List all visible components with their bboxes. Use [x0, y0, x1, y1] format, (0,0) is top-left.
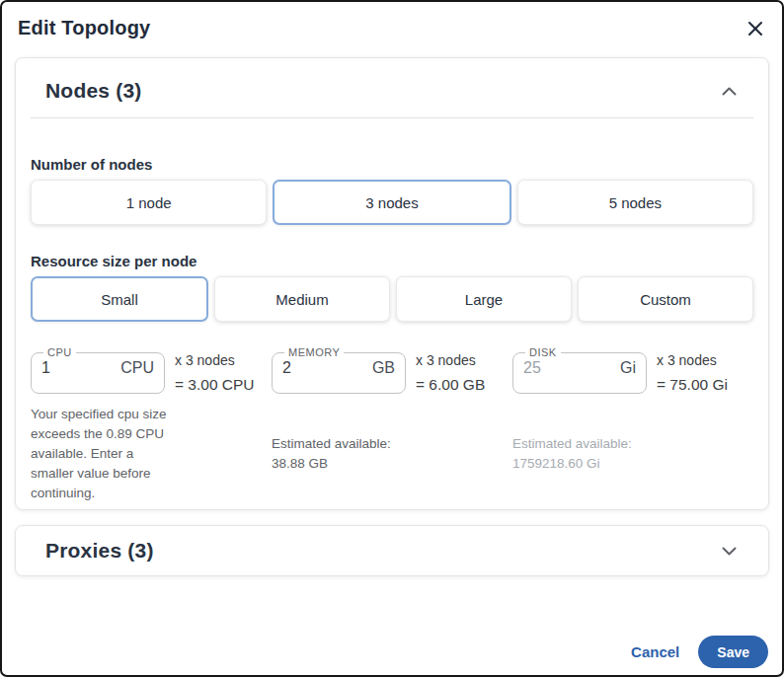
memory-unit-label: GB	[372, 359, 395, 377]
cpu-input[interactable]	[41, 359, 113, 377]
resource-size-options: Small Medium Large Custom	[31, 276, 753, 322]
disk-input-box: DISK Gi	[512, 347, 647, 394]
memory-resource-column: MEMORY GB x 3 nodes = 6.00 GB Estimated …	[272, 347, 512, 503]
memory-multiplier: x 3 nodes = 6.00 GB	[416, 347, 512, 394]
nodes-section-body: Number of nodes 1 node 3 nodes 5 nodes R…	[16, 118, 768, 509]
size-option-custom[interactable]: Custom	[578, 276, 753, 322]
disk-mult-total: = 75.00 Gi	[657, 376, 753, 394]
proxies-section-title: Proxies (3)	[45, 539, 154, 563]
nodes-section-title: Nodes (3)	[45, 79, 141, 103]
nodes-section-header[interactable]: Nodes (3)	[16, 58, 768, 117]
cpu-input-label: CPU	[43, 347, 76, 358]
size-option-small[interactable]: Small	[31, 276, 208, 322]
cancel-button[interactable]: Cancel	[629, 638, 681, 666]
proxies-section-card: Proxies (3)	[15, 525, 769, 576]
edit-topology-dialog: Edit Topology Nodes (3) Number of nodes …	[0, 0, 784, 677]
disk-input	[523, 359, 594, 377]
node-count-option-5[interactable]: 5 nodes	[517, 180, 753, 225]
cpu-mult-total: = 3.00 CPU	[175, 376, 272, 394]
disk-mult-nodes: x 3 nodes	[657, 352, 753, 368]
memory-input-label: MEMORY	[284, 347, 344, 358]
number-of-nodes-label: Number of nodes	[31, 156, 753, 173]
chevron-down-icon[interactable]	[720, 545, 739, 558]
memory-input[interactable]	[282, 359, 353, 377]
node-count-option-3[interactable]: 3 nodes	[273, 180, 510, 225]
disk-unit-label: Gi	[620, 359, 636, 377]
cpu-mult-nodes: x 3 nodes	[175, 352, 272, 368]
cpu-helper-text: Your specified cpu size exceeds the 0.89…	[31, 405, 169, 503]
disk-helper-text: Estimated available: 1759218.60 Gi	[512, 434, 651, 474]
resource-size-label: Resource size per node	[31, 253, 753, 269]
cpu-unit-label: CPU	[120, 359, 154, 377]
memory-mult-total: = 6.00 GB	[416, 376, 512, 394]
memory-input-box: MEMORY GB	[272, 347, 406, 394]
memory-helper-text: Estimated available: 38.88 GB	[272, 434, 410, 474]
dialog-title: Edit Topology	[18, 17, 150, 39]
dialog-footer: Cancel Save	[2, 636, 782, 675]
dialog-header: Edit Topology	[2, 2, 782, 40]
proxies-section-header[interactable]: Proxies (3)	[16, 526, 768, 575]
memory-mult-nodes: x 3 nodes	[416, 352, 512, 368]
cpu-input-box: CPU CPU	[31, 347, 165, 394]
chevron-up-icon[interactable]	[720, 85, 739, 98]
cpu-multiplier: x 3 nodes = 3.00 CPU	[175, 347, 272, 394]
save-button[interactable]: Save	[698, 636, 768, 668]
cpu-resource-column: CPU CPU x 3 nodes = 3.00 CPU Your specif…	[31, 347, 272, 503]
resources-row: CPU CPU x 3 nodes = 3.00 CPU Your specif…	[31, 347, 753, 503]
node-count-option-1[interactable]: 1 node	[31, 180, 267, 225]
size-option-medium[interactable]: Medium	[214, 276, 390, 322]
node-count-options: 1 node 3 nodes 5 nodes	[31, 180, 753, 225]
nodes-section-card: Nodes (3) Number of nodes 1 node 3 nodes…	[15, 57, 769, 510]
disk-input-label: DISK	[525, 347, 561, 358]
size-option-large[interactable]: Large	[396, 276, 572, 322]
close-icon[interactable]	[745, 17, 766, 40]
disk-resource-column: DISK Gi x 3 nodes = 75.00 Gi Estimated a…	[512, 347, 753, 503]
disk-multiplier: x 3 nodes = 75.00 Gi	[657, 347, 753, 394]
